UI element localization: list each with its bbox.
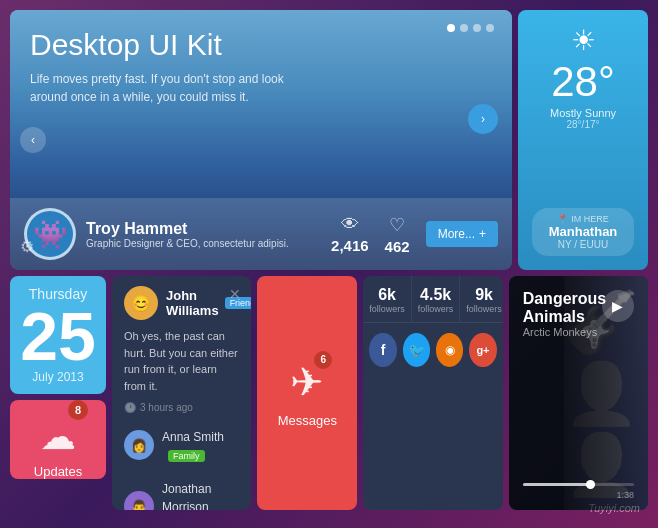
- social-stat-2: 9k followers: [460, 276, 502, 322]
- social-stat-2-label: followers: [466, 304, 502, 314]
- chat-close-button[interactable]: ✕: [229, 286, 241, 302]
- facebook-button[interactable]: f: [369, 333, 396, 367]
- contact-1-tag: Family: [168, 450, 205, 462]
- music-progress-fill: [523, 483, 595, 486]
- hero-more-button[interactable]: More... +: [426, 221, 498, 247]
- contact-1-name: Anna Smith: [162, 430, 224, 444]
- chat-message: Oh yes, the past can hurt. But you can e…: [112, 328, 251, 400]
- chat-main-name: John Williams: [166, 288, 219, 318]
- hero-user-name: Troy Hammet: [86, 220, 321, 238]
- social-stat-1-value: 4.5k: [418, 286, 454, 304]
- messages-count-badge: 6: [314, 351, 332, 369]
- googleplus-button[interactable]: g+: [469, 333, 496, 367]
- chat-time-text: 3 hours ago: [140, 402, 193, 413]
- clock-icon: 🕐: [124, 402, 136, 413]
- plus-icon: +: [479, 227, 486, 241]
- music-play-button[interactable]: ▶: [602, 290, 634, 322]
- settings-icon[interactable]: ⚙: [20, 237, 34, 256]
- contact-2-avatar: 👨: [124, 491, 154, 510]
- weather-location: 📍 IM HERE Manhathan NY / EUUU: [532, 208, 634, 256]
- weather-card: ☀ 28° Mostly Sunny 28°/17° 📍 IM HERE Man…: [518, 10, 648, 270]
- social-stat-2-value: 9k: [466, 286, 502, 304]
- hero-card: Desktop UI Kit Life moves pretty fast. I…: [10, 10, 512, 270]
- likes-icon: ♡: [385, 214, 410, 236]
- social-stat-0-value: 6k: [369, 286, 405, 304]
- social-stat-0: 6k followers: [363, 276, 412, 322]
- location-pin-icon: 📍: [557, 214, 568, 224]
- views-icon: 👁: [331, 214, 369, 235]
- chat-card: 😊 John Williams Friends ✕ Oh yes, the pa…: [112, 276, 251, 510]
- updates-label: Updates: [34, 464, 82, 479]
- weather-description: Mostly Sunny: [550, 107, 616, 119]
- weather-country: NY / EUUU: [542, 239, 624, 250]
- hero-stat-likes: ♡ 462: [385, 214, 410, 255]
- updates-cloud-icon: ☁: [40, 416, 76, 458]
- hero-likes-value: 462: [385, 238, 410, 255]
- hero-subtitle: Life moves pretty fast. If you don't sto…: [30, 70, 310, 106]
- contact-1-avatar: 👩: [124, 430, 154, 460]
- weather-temperature: 28°: [550, 61, 616, 103]
- music-card: 🎸👤👤 Dangerous Animals Arctic Monkeys 1:3…: [509, 276, 648, 510]
- hero-stat-views: 👁 2,416: [331, 214, 369, 254]
- weather-city: Manhathan: [542, 224, 624, 239]
- music-artist: Arctic Monkeys: [523, 326, 634, 338]
- hero-title: Desktop UI Kit: [30, 28, 492, 62]
- messages-label: Messages: [278, 413, 337, 428]
- social-stat-1-label: followers: [418, 304, 454, 314]
- updates-card[interactable]: 8 ☁ Updates: [10, 400, 106, 479]
- date-card: Thursday 25 July 2013: [10, 276, 106, 394]
- messages-card[interactable]: ✈ 6 Messages: [257, 276, 357, 510]
- social-stat-1: 4.5k followers: [412, 276, 461, 322]
- hero-next-button[interactable]: ›: [468, 104, 498, 134]
- music-progress-bar[interactable]: [523, 483, 634, 486]
- sun-icon: ☀: [550, 24, 616, 57]
- weather-range: 28°/17°: [550, 119, 616, 130]
- chat-contact-1[interactable]: 👩 Anna Smith Family: [112, 419, 251, 471]
- music-progress-handle: [586, 480, 595, 489]
- hero-views-value: 2,416: [331, 237, 369, 254]
- chat-contact-2[interactable]: 👨 Jonathan Morrison Frie...: [112, 471, 251, 510]
- date-month-year: July 2013: [32, 370, 83, 384]
- twitter-button[interactable]: 🐦: [403, 333, 430, 367]
- rss-button[interactable]: ◉: [436, 333, 463, 367]
- chat-main-avatar: 😊: [124, 286, 158, 320]
- hero-prev-button[interactable]: ‹: [20, 127, 46, 153]
- social-card: 6k followers 4.5k followers 9k followers…: [363, 276, 502, 510]
- hero-user-role: Graphic Designer & CEO, consectetur adip…: [86, 238, 321, 249]
- music-duration: 1:38: [523, 490, 634, 500]
- date-day-number: 25: [20, 302, 96, 370]
- contact-2-name: Jonathan Morrison: [162, 482, 211, 510]
- social-stat-0-label: followers: [369, 304, 405, 314]
